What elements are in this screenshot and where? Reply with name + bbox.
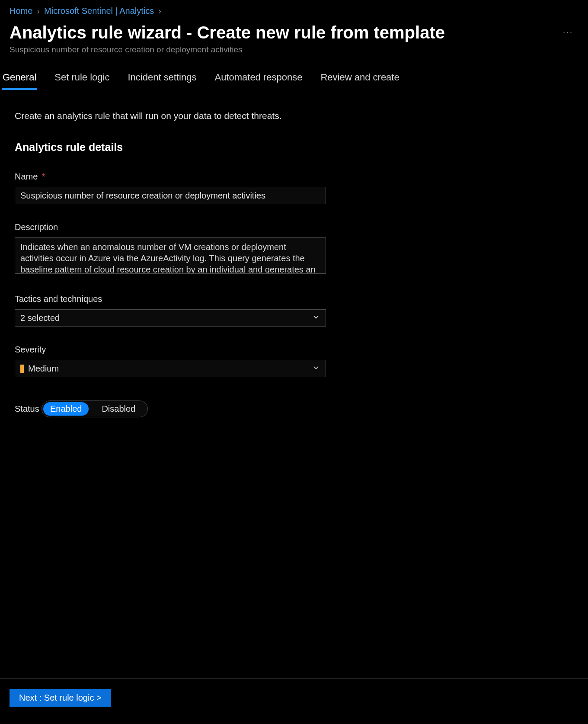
name-input[interactable] bbox=[15, 187, 326, 204]
tactics-selected-text: 2 selected bbox=[20, 313, 60, 323]
status-option-disabled[interactable]: Disabled bbox=[95, 402, 142, 416]
tab-incident-settings[interactable]: Incident settings bbox=[127, 67, 197, 90]
chevron-right-icon: › bbox=[158, 6, 161, 16]
intro-text: Create an analytics rule that will run o… bbox=[15, 111, 573, 121]
tab-general[interactable]: General bbox=[2, 67, 37, 90]
chevron-right-icon: › bbox=[37, 6, 40, 16]
tab-set-rule-logic[interactable]: Set rule logic bbox=[54, 67, 110, 90]
severity-label: Severity bbox=[15, 345, 46, 354]
field-tactics: Tactics and techniques 2 selected bbox=[15, 294, 326, 327]
description-label: Description bbox=[15, 222, 58, 232]
severity-value: Medium bbox=[28, 364, 59, 373]
page-header: Analytics rule wizard - Create new rule … bbox=[0, 16, 588, 42]
field-name: Name * bbox=[15, 172, 326, 204]
tab-panel-general: Create an analytics rule that will run o… bbox=[0, 90, 588, 678]
severity-color-chip bbox=[20, 365, 24, 373]
field-severity: Severity Medium bbox=[15, 345, 326, 377]
field-status: Status Enabled Disabled bbox=[15, 395, 326, 417]
name-label-text: Name bbox=[15, 172, 38, 181]
wizard-footer: Next : Set rule logic > bbox=[0, 678, 588, 724]
chevron-down-icon bbox=[312, 313, 320, 324]
page-subtitle: Suspicious number of resource creation o… bbox=[0, 42, 588, 54]
section-title: Analytics rule details bbox=[15, 141, 573, 154]
status-toggle: Enabled Disabled bbox=[42, 400, 148, 417]
breadcrumb-home[interactable]: Home bbox=[10, 6, 32, 16]
wizard-tabs: General Set rule logic Incident settings… bbox=[0, 54, 588, 90]
more-actions-icon[interactable]: ··· bbox=[558, 28, 578, 37]
tab-review-create[interactable]: Review and create bbox=[320, 67, 400, 90]
required-mark: * bbox=[42, 172, 45, 181]
chevron-down-icon bbox=[312, 363, 320, 374]
tactics-label: Tactics and techniques bbox=[15, 294, 102, 304]
severity-select[interactable]: Medium bbox=[15, 360, 326, 377]
description-textarea[interactable]: Indicates when an anomalous number of VM… bbox=[15, 237, 326, 274]
breadcrumb: Home › Microsoft Sentinel | Analytics › bbox=[0, 0, 588, 16]
field-description: Description Indicates when an anomalous … bbox=[15, 222, 326, 276]
status-label: Status bbox=[15, 404, 39, 413]
status-option-enabled[interactable]: Enabled bbox=[43, 402, 89, 416]
name-label: Name * bbox=[15, 172, 45, 181]
tab-automated-response[interactable]: Automated response bbox=[214, 67, 303, 90]
page-title: Analytics rule wizard - Create new rule … bbox=[10, 23, 445, 42]
next-button[interactable]: Next : Set rule logic > bbox=[10, 689, 111, 707]
tactics-select[interactable]: 2 selected bbox=[15, 309, 326, 327]
severity-value-wrap: Medium bbox=[20, 364, 59, 374]
breadcrumb-sentinel-analytics[interactable]: Microsoft Sentinel | Analytics bbox=[44, 6, 154, 16]
